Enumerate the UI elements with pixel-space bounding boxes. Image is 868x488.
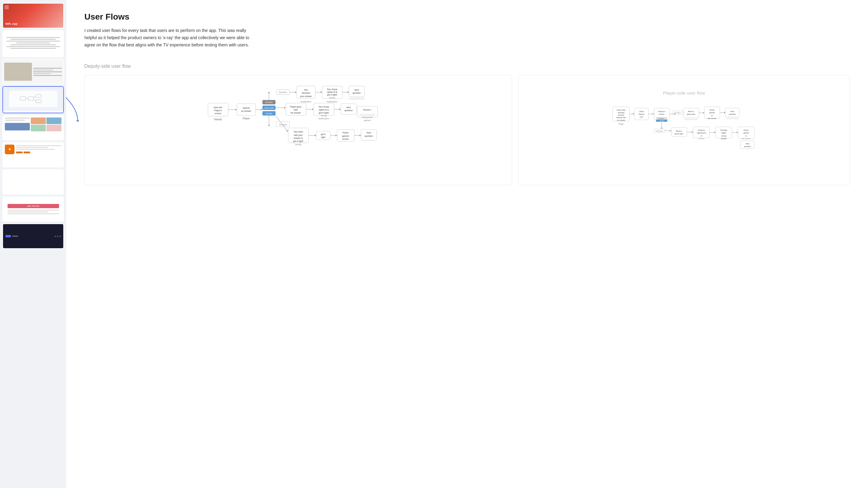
dot xyxy=(59,235,61,237)
svg-text:Accept: Accept xyxy=(266,112,272,115)
svg-text:screen: screen xyxy=(342,138,349,140)
proto-cell xyxy=(31,125,46,131)
design-lines xyxy=(16,144,61,153)
line xyxy=(6,37,60,38)
svg-text:wrong: wrong xyxy=(721,135,726,137)
svg-rect-130 xyxy=(684,108,699,118)
dot xyxy=(57,235,59,237)
svg-text:Declines: Declines xyxy=(279,91,287,94)
sidebar-caption-flows xyxy=(3,111,63,113)
flow-mini-svg xyxy=(20,92,47,106)
deputy-flow-diagram: Sees the Player's screen Deputy Selects … xyxy=(84,75,512,185)
svg-marker-32 xyxy=(295,91,297,93)
svg-text:gained: gained xyxy=(709,112,715,114)
svg-text:question: question xyxy=(744,145,751,147)
svg-rect-3 xyxy=(36,100,41,103)
svg-text:screen: screen xyxy=(215,112,221,115)
sidebar-thumb-hero: NIPL App xyxy=(3,4,63,28)
svg-marker-59 xyxy=(312,108,314,110)
svg-marker-135 xyxy=(703,112,705,114)
sidebar-item-dark[interactable] xyxy=(2,224,64,249)
svg-text:lost screen: lost screen xyxy=(708,118,716,119)
atf-lines xyxy=(7,210,59,214)
svg-text:game play: game play xyxy=(687,113,695,115)
svg-marker-95 xyxy=(360,135,361,136)
sidebar-thumb-project xyxy=(3,31,63,55)
svg-marker-148 xyxy=(661,128,662,129)
svg-marker-164 xyxy=(714,132,716,133)
svg-text:Player's: Player's xyxy=(214,109,222,112)
btn-row xyxy=(16,152,61,153)
svg-rect-153 xyxy=(672,128,687,137)
mini-btn xyxy=(24,152,30,153)
sidebar-item-prototyping[interactable] xyxy=(2,115,64,140)
svg-rect-1 xyxy=(28,97,33,100)
svg-text:that the: that the xyxy=(618,114,624,116)
sidebar-item-project[interactable] xyxy=(2,30,64,57)
svg-text:Points: Points xyxy=(744,129,749,131)
svg-text:got it: got it xyxy=(321,133,326,135)
svg-text:Game play: Game play xyxy=(617,109,625,111)
flow-section-deputy: Deputy-side user flow Sees the Player's … xyxy=(84,64,850,185)
svg-text:Next: Next xyxy=(354,89,359,91)
sidebar-item-design[interactable]: ✦ xyxy=(2,142,64,167)
svg-text:Goes with: Goes with xyxy=(264,107,274,109)
svg-text:gained: gained xyxy=(364,119,371,122)
svg-marker-118 xyxy=(652,113,654,115)
dark-title xyxy=(12,235,18,237)
svg-text:Decline: Decline xyxy=(265,101,273,104)
svg-text:his answer: his answer xyxy=(290,112,301,115)
line xyxy=(33,73,51,74)
svg-text:Deputy's: Deputy's xyxy=(658,110,665,112)
svg-text:Next: Next xyxy=(367,132,371,134)
svg-text:Accepts: Accepts xyxy=(674,112,681,114)
sidebar-item-grid[interactable] xyxy=(2,169,64,195)
svg-text:Notification: Notification xyxy=(318,117,329,120)
svg-text:with: with xyxy=(293,108,298,111)
sidebar-item-hero[interactable]: NIPL App xyxy=(2,3,64,28)
line xyxy=(10,39,56,40)
svg-marker-157 xyxy=(692,131,693,133)
svg-text:an answer: an answer xyxy=(617,119,625,121)
line xyxy=(16,42,50,43)
svg-rect-2 xyxy=(36,95,41,98)
line xyxy=(16,145,61,146)
svg-text:or: or xyxy=(701,135,702,137)
svg-marker-72 xyxy=(268,125,270,127)
proto-cell xyxy=(46,118,61,124)
line xyxy=(33,71,62,72)
sidebar-connector xyxy=(66,97,84,123)
svg-text:Notification: Notification xyxy=(327,101,338,103)
sidebar-thumb-afterfact: After The Fact xyxy=(3,197,63,221)
svg-text:gained: gained xyxy=(342,135,349,137)
svg-rect-51 xyxy=(349,98,365,100)
deputy-flow-svg: Sees the Player's screen Deputy Selects … xyxy=(91,82,506,178)
svg-text:with your: with your xyxy=(293,134,303,136)
proto-rect xyxy=(5,123,30,130)
svg-rect-101 xyxy=(360,114,375,116)
sketch-image xyxy=(4,63,32,81)
sidebar-item-sketches[interactable] xyxy=(2,59,64,84)
player-flow-diagram: Player-side user flow Game play showing … xyxy=(518,75,850,185)
svg-text:Deputy has: Deputy has xyxy=(616,117,625,119)
line xyxy=(16,149,55,150)
svg-text:Player: Player xyxy=(618,123,624,125)
sidebar-item-userflows[interactable] xyxy=(2,86,64,113)
sidebar-thumb-proto xyxy=(3,116,63,140)
sketch-text xyxy=(33,68,62,76)
svg-text:wrong: wrong xyxy=(329,96,335,99)
svg-rect-133 xyxy=(684,119,698,120)
page-title: User Flows xyxy=(84,12,850,22)
svg-marker-39 xyxy=(321,91,322,93)
sidebar-thumb-grid xyxy=(3,170,63,194)
svg-text:wrong: wrong xyxy=(320,114,327,117)
svg-text:got it right/: got it right/ xyxy=(327,94,337,96)
svg-text:question: question xyxy=(344,109,352,112)
line xyxy=(6,41,60,41)
svg-marker-74 xyxy=(286,130,288,132)
sidebar: NIPL App xyxy=(0,0,66,488)
sidebar-item-afterfact[interactable]: After The Fact xyxy=(2,196,64,222)
design-icon: ✦ xyxy=(5,144,14,154)
svg-marker-142 xyxy=(724,112,725,113)
svg-marker-67 xyxy=(339,108,341,110)
